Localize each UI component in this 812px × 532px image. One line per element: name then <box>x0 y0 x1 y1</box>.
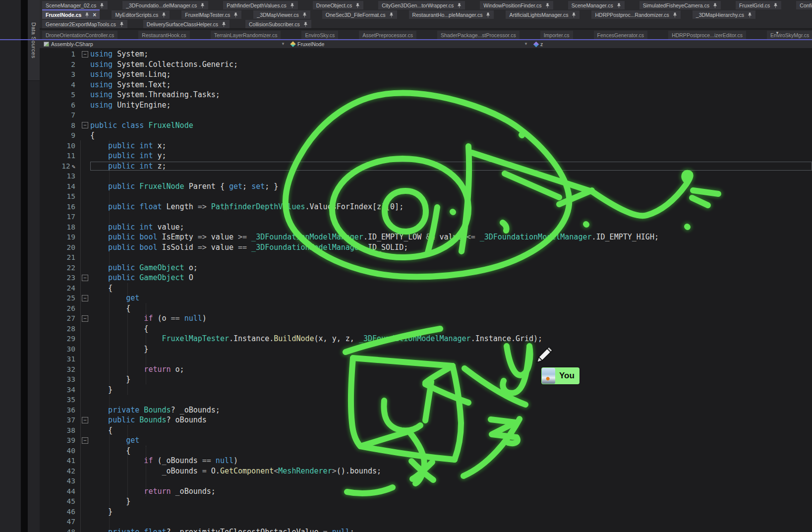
tab-scenemanager-02-cs[interactable]: SceneManager_02.cs <box>42 1 108 9</box>
close-icon[interactable]: × <box>93 12 96 18</box>
code-editor[interactable]: 1–using System;2using System.Collections… <box>40 48 812 532</box>
tab-overflow-chevron-icon[interactable]: ▼ <box>775 31 779 35</box>
code-line-23[interactable]: 23– public GameObject O <box>40 273 812 283</box>
tab-hdrppostproc-randomizer-cs[interactable]: HDRPPostproc...Randomizer.cs <box>591 10 680 19</box>
fold-box[interactable]: – <box>82 417 88 423</box>
code-line-7[interactable]: 7 <box>40 110 812 120</box>
code-line-25[interactable]: 25– get <box>40 293 812 303</box>
code-line-33[interactable]: 33 } <box>40 374 812 385</box>
fold-collapse-icon[interactable]: – <box>75 315 90 322</box>
code-line-3[interactable]: 3using System.Linq; <box>40 69 812 80</box>
tab-3dfoundatio-delmanager-cs[interactable]: _3DFoundatio...delManager.cs <box>122 1 208 9</box>
tab-terrainlayerrandomizer-cs[interactable]: TerrainLayerRandomizer.cs <box>211 31 281 39</box>
fold-box[interactable]: – <box>82 437 88 444</box>
tab-deliverysurfaceclasshelper-cs[interactable]: DeliverySurfaceClassHelper.cs <box>143 20 230 28</box>
tab-pathfinderdepthvalues-cs[interactable]: PathfinderDepthValues.cs <box>223 1 298 9</box>
code-line-44[interactable]: 44 return _oBounds; <box>40 486 812 497</box>
code-line-30[interactable]: 30 } <box>40 344 812 355</box>
fold-collapse-icon[interactable]: – <box>75 417 90 423</box>
code-line-5[interactable]: 5using System.Threading.Tasks; <box>40 90 812 100</box>
fold-box[interactable]: – <box>82 122 88 128</box>
tab-assetpreprocessor-cs[interactable]: AssetPreprocessor.cs <box>359 31 416 39</box>
code-line-10[interactable]: 10 public int x; <box>40 141 812 151</box>
code-line-42[interactable]: 42 _oBounds = O.GetComponent<MeshRendere… <box>40 466 812 476</box>
code-line-8[interactable]: 8–public class FruxelNode <box>40 120 812 131</box>
code-line-21[interactable]: 21 <box>40 252 812 263</box>
tab-fruxelgrid-cs[interactable]: FruxelGrid.cs <box>736 1 781 9</box>
tab-fencesgenerator-cs[interactable]: FencesGenerator.cs <box>594 31 648 39</box>
chevron-down-icon[interactable]: ▼ <box>524 42 528 46</box>
code-line-24[interactable]: 24 { <box>40 283 812 294</box>
fold-collapse-icon[interactable]: – <box>75 295 90 301</box>
tab-restaurantho-plemanager-cs[interactable]: RestaurantHo...pleManager.cs <box>409 10 494 19</box>
code-line-38[interactable]: 38 { <box>40 425 812 436</box>
fold-box[interactable]: – <box>82 275 88 281</box>
fold-collapse-icon[interactable]: – <box>75 275 90 281</box>
tab-hdrppostproce-izereditor-cs[interactable]: HDRPPostproce...izerEditor.cs <box>668 31 746 39</box>
tab-artificiallightsmanager-cs[interactable]: ArtificialLightsManager.cs <box>506 10 580 19</box>
fold-box[interactable]: – <box>82 295 88 301</box>
tab-restauranthook-cs[interactable]: RestaurantHook.cs <box>138 31 189 39</box>
fold-collapse-icon[interactable]: – <box>75 437 90 444</box>
breadcrumb-project[interactable]: Assembly-CSharp <box>44 40 93 48</box>
tab-droneorientationcontroller-cs[interactable]: DroneOrientationController.cs <box>42 31 117 39</box>
code-line-15[interactable]: 15 <box>40 191 812 202</box>
tab-myeditorscripts-cs[interactable]: MyEditorScripts.cs <box>112 10 170 19</box>
tab-config-cs[interactable]: Config.cs <box>796 1 812 9</box>
tab-droneobject-cs[interactable]: DroneObject.cs <box>313 1 363 9</box>
tab-onesec3d-fileformat-cs[interactable]: OneSec3D_FileFormat.cs <box>322 10 397 19</box>
code-line-13[interactable]: 13 <box>40 171 812 181</box>
code-line-47[interactable]: 47 <box>40 517 812 527</box>
code-line-19[interactable]: 19 public bool IsEmpty => value >= _3DFo… <box>40 232 812 242</box>
fold-collapse-icon[interactable]: – <box>75 51 90 58</box>
fold-box[interactable]: – <box>82 315 88 322</box>
code-line-27[interactable]: 27– if (o == null) <box>40 313 812 324</box>
code-line-41[interactable]: 41 if (_oBounds == null) <box>40 456 812 466</box>
code-line-35[interactable]: 35 <box>40 395 812 405</box>
tab-3dmapviewer-cs[interactable]: _3DMapViewer.cs <box>253 10 310 19</box>
breadcrumb-type[interactable]: FruxelNode <box>290 40 324 48</box>
chevron-down-icon[interactable]: ▼ <box>281 42 285 46</box>
fold-box[interactable]: – <box>82 51 88 58</box>
code-line-20[interactable]: 20 public bool IsSolid => value == _3DFo… <box>40 242 812 253</box>
tab-envirosky-cs[interactable]: EnviroSky.cs <box>301 31 338 39</box>
code-line-39[interactable]: 39– get <box>40 435 812 446</box>
code-line-16[interactable]: 16 public float Length => PathfinderDept… <box>40 202 812 212</box>
code-line-45[interactable]: 45 } <box>40 496 812 507</box>
code-line-36[interactable]: 36 private Bounds? _oBounds; <box>40 405 812 415</box>
code-line-28[interactable]: 28 { <box>40 324 812 334</box>
code-line-4[interactable]: 4using System.Text; <box>40 80 812 90</box>
tab-collisionsubscriber-cs[interactable]: CollisionSubscriber.cs <box>245 20 311 28</box>
tab-importer-cs[interactable]: Importer.cs <box>540 31 573 39</box>
tab-enviroskymgr-cs[interactable]: EnviroSkyMgr.cs <box>767 31 812 39</box>
code-line-48[interactable]: 48 private float? _proximityToClosestObs… <box>40 527 812 532</box>
code-line-40[interactable]: 40 { <box>40 446 812 456</box>
code-line-2[interactable]: 2using System.Collections.Generic; <box>40 59 812 70</box>
data-sources-vertical-tab[interactable]: Data Sources <box>28 0 40 81</box>
code-line-22[interactable]: 22 public GameObject o; <box>40 263 812 273</box>
code-line-32[interactable]: 32 return o; <box>40 364 812 375</box>
code-line-46[interactable]: 46 } <box>40 507 812 517</box>
code-line-34[interactable]: 34 } <box>40 385 812 395</box>
tab-simulatedfisheyecamera-cs[interactable]: SimulatedFisheyeCamera.cs <box>639 1 721 9</box>
code-line-17[interactable]: 17 <box>40 212 812 222</box>
tab-fruxelnode-cs[interactable]: FruxelNode.cs× <box>42 9 100 19</box>
tab-3dmaphierarchy-cs[interactable]: _3DMapHierarchy.cs <box>693 10 755 19</box>
code-line-1[interactable]: 1–using System; <box>40 49 812 59</box>
code-line-26[interactable]: 26 { <box>40 303 812 314</box>
code-line-31[interactable]: 31 <box>40 354 812 364</box>
code-line-14[interactable]: 14 public FruxelNode Parent { get; set; … <box>40 181 812 192</box>
tab-citygen3dgen-torwrapper-cs[interactable]: CityGen3DGen...torWrapper.cs <box>378 1 465 9</box>
code-line-11[interactable]: 11 public int y; <box>40 151 812 161</box>
tab-scenemanager-cs[interactable]: SceneManager.cs <box>568 1 625 9</box>
tab-fruxelmaptester-cs[interactable]: FruxelMapTester.cs <box>181 10 241 19</box>
tab-generator2exportmaptools-cs[interactable]: Generator2ExportMapTools.cs <box>42 20 127 28</box>
tab-shaderpackage-stprocessor-cs[interactable]: ShaderPackage...stProcessor.cs <box>437 31 520 39</box>
breadcrumb-member[interactable]: z <box>534 40 543 48</box>
code-line-37[interactable]: 37– public Bounds? oBounds <box>40 415 812 425</box>
code-line-6[interactable]: 6using UnityEngine; <box>40 100 812 111</box>
code-line-43[interactable]: 43 <box>40 476 812 486</box>
code-line-18[interactable]: 18 public int value; <box>40 222 812 233</box>
code-line-12[interactable]: 12✎ public int z; <box>40 161 812 172</box>
code-line-29[interactable]: 29 FruxelMapTester.Instance.BuildNode(x,… <box>40 334 812 344</box>
